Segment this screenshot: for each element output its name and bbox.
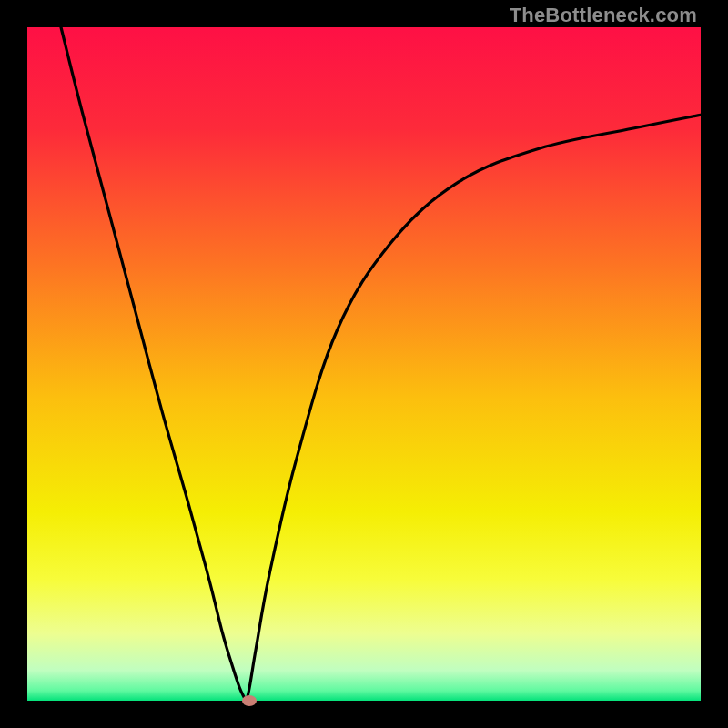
bottleneck-curve [27,27,701,701]
min-point-marker [242,695,257,706]
chart-plot-area [27,27,701,701]
watermark-text: TheBottleneck.com [510,4,697,27]
